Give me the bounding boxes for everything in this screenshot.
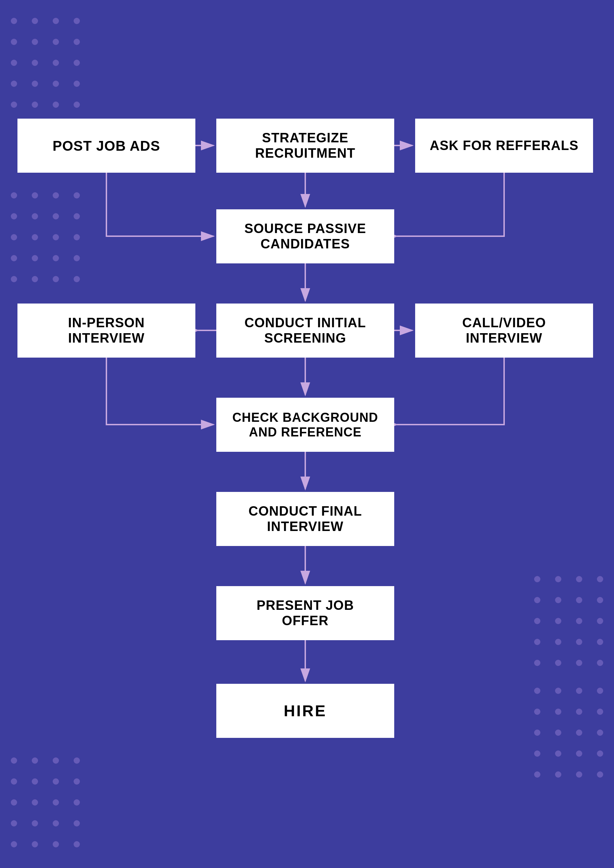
flowchart: POST JOB ADS STRATEGIZE RECRUITMENT ASK … xyxy=(0,0,614,868)
hire-label: HIRE xyxy=(284,702,327,720)
conduct-final-box: CONDUCT FINAL INTERVIEW xyxy=(216,492,394,546)
in-person-box: IN-PERSON INTERVIEW xyxy=(17,304,195,358)
in-person-label: IN-PERSON INTERVIEW xyxy=(68,315,145,346)
present-offer-box: PRESENT JOB OFFER xyxy=(216,586,394,640)
strategize-box: STRATEGIZE RECRUITMENT xyxy=(216,119,394,173)
source-passive-box: SOURCE PASSIVE CANDIDATES xyxy=(216,209,394,264)
post-job-ads-label: POST JOB ADS xyxy=(53,138,160,154)
boxes-layer: POST JOB ADS STRATEGIZE RECRUITMENT ASK … xyxy=(0,0,614,868)
ask-referrals-box: ASK FOR REFFERALS xyxy=(415,119,593,173)
strategize-label: STRATEGIZE RECRUITMENT xyxy=(255,130,355,161)
post-job-ads-box: POST JOB ADS xyxy=(17,119,195,173)
hire-box: HIRE xyxy=(216,684,394,738)
present-offer-label: PRESENT JOB OFFER xyxy=(256,598,354,628)
check-background-label: CHECK BACKGROUND AND REFERENCE xyxy=(233,410,378,439)
conduct-initial-label: CONDUCT INITIAL SCREENING xyxy=(245,315,366,346)
call-video-box: CALL/VIDEO INTERVIEW xyxy=(415,304,593,358)
check-background-box: CHECK BACKGROUND AND REFERENCE xyxy=(216,398,394,452)
source-passive-label: SOURCE PASSIVE CANDIDATES xyxy=(244,221,366,251)
ask-referrals-label: ASK FOR REFFERALS xyxy=(430,138,579,153)
call-video-label: CALL/VIDEO INTERVIEW xyxy=(462,315,546,346)
conduct-final-label: CONDUCT FINAL INTERVIEW xyxy=(248,504,362,534)
conduct-initial-box: CONDUCT INITIAL SCREENING xyxy=(216,304,394,358)
